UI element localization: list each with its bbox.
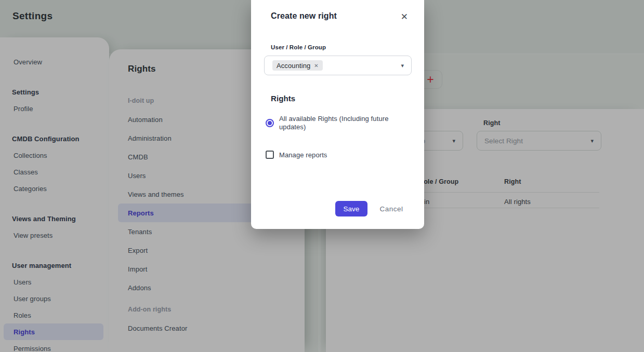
- close-icon: ✕: [401, 11, 408, 22]
- modal-title: Create new right: [271, 11, 337, 21]
- close-button[interactable]: ✕: [398, 10, 411, 23]
- radio-label: All available Rights (Including future u…: [279, 115, 392, 131]
- user-role-group-multiselect[interactable]: Accounting ✕ ▾: [264, 56, 412, 75]
- chevron-down-icon: ▾: [401, 63, 404, 69]
- checkbox-label: Manage reports: [279, 151, 327, 159]
- chip-label: Accounting: [277, 62, 310, 70]
- create-new-right-modal: Create new right ✕ User / Role / Group A…: [251, 0, 424, 229]
- chip-remove-icon[interactable]: ✕: [314, 63, 318, 69]
- cancel-button[interactable]: Cancel: [371, 201, 412, 216]
- save-button[interactable]: Save: [335, 201, 367, 216]
- rights-section-title: Rights: [271, 94, 295, 103]
- user-role-group-label: User / Role / Group: [271, 44, 326, 50]
- checkbox-manage-reports[interactable]: [266, 151, 274, 159]
- radio-all-available-rights[interactable]: [266, 119, 274, 127]
- settings-page: Settings Overview Settings Profile CMDB …: [0, 0, 644, 352]
- selected-chip-accounting: Accounting ✕: [272, 60, 323, 71]
